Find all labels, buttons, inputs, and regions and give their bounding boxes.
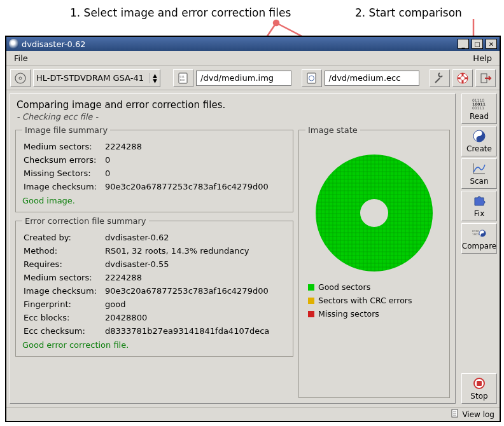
label: Method: <box>22 244 104 258</box>
label: Medium sectors: <box>22 140 104 153</box>
svg-text:1001: 1001 <box>472 233 479 236</box>
side-label: Read <box>470 112 489 121</box>
preferences-button[interactable] <box>430 69 450 87</box>
value: 0 <box>104 167 286 180</box>
minimize-button[interactable]: _ <box>458 39 469 49</box>
status-good-ecc: Good error correction file. <box>22 340 286 350</box>
status-good-image: Good image. <box>22 196 286 205</box>
window-title: dvdisaster-0.62 <box>22 39 86 49</box>
lifebuoy-icon <box>456 71 470 85</box>
close-button[interactable]: ✕ <box>486 39 497 49</box>
value: 90e3c20a67877253c783af16c4279d00 <box>104 180 286 193</box>
svg-rect-21 <box>314 153 435 273</box>
svg-point-15 <box>461 76 465 80</box>
value: dvdisaster-0.62 <box>104 231 286 244</box>
value: dvdisaster-0.55 <box>104 258 286 271</box>
square-icon <box>308 284 314 291</box>
scan-button[interactable]: Scan <box>461 158 497 189</box>
legend-label: Sectors with CRC errors <box>318 296 412 305</box>
label: Ecc checksum: <box>22 324 104 338</box>
menu-file[interactable]: File <box>10 52 32 64</box>
image-path-value: /dvd/medium.img <box>200 73 274 83</box>
svg-point-7 <box>15 73 25 83</box>
stop-button[interactable]: Stop <box>461 373 497 404</box>
ecc-file-button[interactable] <box>302 69 322 87</box>
square-icon <box>308 298 314 304</box>
yinyang-icon <box>472 129 486 143</box>
wrench-icon <box>433 71 447 85</box>
image-file-button[interactable]: 011100 <box>173 69 193 87</box>
image-summary-group: Image file summary Medium sectors:222428… <box>15 125 293 212</box>
image-state-legend: Image state <box>305 125 360 135</box>
menu-help[interactable]: Help <box>469 52 496 64</box>
help-button[interactable] <box>452 69 473 87</box>
side-label: Scan <box>470 177 488 186</box>
image-path-input[interactable]: /dvd/medium.img <box>196 71 291 86</box>
image-state-group: Image state <box>298 125 450 398</box>
svg-point-0 <box>274 20 279 25</box>
disc-chart <box>314 153 435 273</box>
quit-button[interactable] <box>475 69 496 87</box>
create-button[interactable]: Create <box>461 126 497 156</box>
label: Image checksum: <box>22 180 104 193</box>
value: 2224288 <box>104 140 286 153</box>
value: d8333781b27ea93141841fda4107deca <box>104 324 286 338</box>
statusbar: View log <box>6 407 500 421</box>
chevron-updown-icon: ▲▼ <box>150 73 157 83</box>
label: Image checksum: <box>22 284 104 298</box>
value: 2224288 <box>104 271 286 284</box>
menubar: File Help <box>6 51 500 66</box>
annotation-step2: 2. Start comparison <box>355 6 462 19</box>
label: Missing Sectors: <box>22 167 104 180</box>
legend-label: Good sectors <box>318 282 370 292</box>
side-label: Stop <box>470 392 487 401</box>
image-summary-legend: Image file summary <box>22 125 110 135</box>
app-window: dvdisaster-0.62 _ □ ✕ File Help HL-DT-ST… <box>5 36 501 422</box>
value: RS01, 32 roots, 14.3% redundancy <box>104 244 286 258</box>
stop-icon <box>472 376 486 390</box>
disc-icon <box>13 71 27 85</box>
binary-file-icon: 011100 <box>176 71 190 85</box>
legend-good: Good sectors <box>308 282 443 292</box>
label: Checksum errors: <box>22 153 104 167</box>
svg-rect-12 <box>307 73 316 83</box>
value: good <box>104 298 286 311</box>
page-title: Comparing image and error correction fil… <box>17 99 450 111</box>
fix-button[interactable]: Fix <box>461 191 497 221</box>
value: 0 <box>104 153 286 167</box>
label: Ecc blocks: <box>22 311 104 324</box>
label: Requires: <box>22 258 104 271</box>
exit-icon <box>479 71 493 85</box>
window-titlebar[interactable]: dvdisaster-0.62 _ □ ✕ <box>6 37 500 51</box>
compare-icon: 01101001 <box>472 226 486 240</box>
main-toolbar: HL-DT-STDVDRAM GSA-41 ▲▼ 011100 /dvd/med… <box>6 66 500 90</box>
legend-label: Missing sectors <box>318 309 379 319</box>
ecc-summary-group: Error correction file summary Created by… <box>15 216 293 357</box>
drive-select-label: HL-DT-STDVDRAM GSA-41 <box>36 73 144 83</box>
label: Medium sectors: <box>22 271 104 284</box>
svg-text:100: 100 <box>180 78 185 81</box>
side-toolbar: 011101001100111 Read Create Scan Fix 011… <box>459 90 500 407</box>
view-log-link[interactable]: View log <box>462 410 494 419</box>
value: 20428800 <box>104 311 286 324</box>
drive-button[interactable] <box>10 69 31 87</box>
binary-icon: 011101001100111 <box>472 97 486 111</box>
legend-crc: Sectors with CRC errors <box>308 296 443 305</box>
svg-text:00111: 00111 <box>472 106 484 110</box>
read-button[interactable]: 011101001100111 Read <box>461 93 497 124</box>
label: Fingerprint: <box>22 298 104 311</box>
ecc-path-value: /dvd/medium.ecc <box>329 73 401 83</box>
side-label: Create <box>466 144 492 153</box>
compare-button[interactable]: 01101001 Compare <box>461 223 497 254</box>
ecc-summary-legend: Error correction file summary <box>22 216 149 226</box>
puzzle-icon <box>472 194 486 208</box>
legend-missing: Missing sectors <box>308 309 443 319</box>
document-icon <box>451 409 459 420</box>
main-panel: Comparing image and error correction fil… <box>10 93 456 404</box>
svg-rect-30 <box>477 381 482 386</box>
ecc-path-input[interactable]: /dvd/medium.ecc <box>325 71 420 86</box>
app-icon <box>9 39 19 49</box>
ecc-file-icon <box>305 71 319 85</box>
drive-select[interactable]: HL-DT-STDVDRAM GSA-41 ▲▼ <box>33 69 160 87</box>
maximize-button[interactable]: □ <box>472 39 483 49</box>
